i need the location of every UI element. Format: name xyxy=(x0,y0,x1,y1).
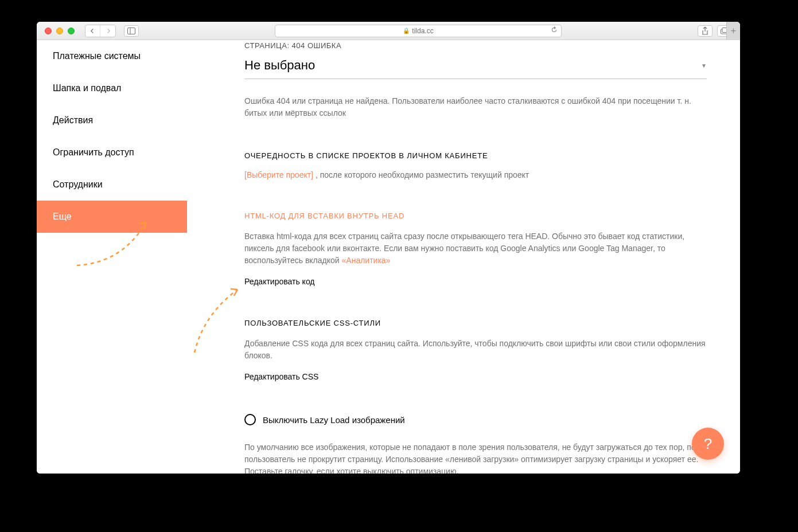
edit-code-link[interactable]: Редактировать код xyxy=(244,277,315,286)
main-content: СТРАНИЦА: 404 ОШИБКА Не выбрано ▼ Ошибка… xyxy=(187,40,740,474)
lock-icon: 🔒 xyxy=(403,28,410,34)
minimize-window-button[interactable] xyxy=(56,28,63,34)
description-css: Добавление CSS кода для всех страниц сай… xyxy=(244,338,707,362)
window-controls xyxy=(45,28,75,34)
dropdown-404-page[interactable]: Не выбрано ▼ xyxy=(244,52,707,79)
forward-button[interactable] xyxy=(100,25,115,37)
browser-window: 🔒 tilda.cc + Платежные системы Шапка и п… xyxy=(37,22,740,474)
chevron-down-icon: ▼ xyxy=(701,62,707,69)
description-404: Ошибка 404 или страница не найдена. Поль… xyxy=(244,95,707,119)
sidebar-item-header-footer[interactable]: Шапка и подвал xyxy=(37,72,187,104)
edit-css-link[interactable]: Редактировать CSS xyxy=(244,372,318,381)
select-project-link[interactable]: [Выберите проект] xyxy=(244,170,313,179)
url-text: tilda.cc xyxy=(412,27,433,35)
sidebar-item-actions[interactable]: Действия xyxy=(37,104,187,136)
sidebar: Платежные системы Шапка и подвал Действи… xyxy=(37,40,187,474)
reload-icon[interactable] xyxy=(551,26,558,35)
description-head: Вставка html-кода для всех страниц сайта… xyxy=(244,230,707,267)
svg-rect-0 xyxy=(128,28,135,34)
lazy-load-label: Выключить Lazy Load изображений xyxy=(263,415,405,425)
content-area: Платежные системы Шапка и подвал Действи… xyxy=(37,40,740,474)
sidebar-item-collaborators[interactable]: Сотрудники xyxy=(37,169,187,201)
analytics-link[interactable]: «Аналитика» xyxy=(342,256,391,265)
sidebar-toggle-button[interactable] xyxy=(124,25,139,37)
new-tab-button[interactable]: + xyxy=(726,22,740,40)
order-row: [Выберите проект] , после которого необх… xyxy=(244,170,707,179)
section-heading-order: ОЧЕРЕДНОСТЬ В СПИСКЕ ПРОЕКТОВ В ЛИЧНОМ К… xyxy=(244,151,707,160)
close-window-button[interactable] xyxy=(45,28,52,34)
section-label-404: СТРАНИЦА: 404 ОШИБКА xyxy=(244,41,707,50)
lazy-load-row: Выключить Lazy Load изображений xyxy=(244,414,707,425)
share-button[interactable] xyxy=(698,25,713,37)
sidebar-item-payments[interactable]: Платежные системы xyxy=(37,40,187,72)
nav-buttons xyxy=(85,25,116,37)
lazy-load-checkbox[interactable] xyxy=(244,414,256,425)
arrow-icon xyxy=(192,281,249,355)
section-heading-css: ПОЛЬЗОВАТЕЛЬСКИЕ CSS-СТИЛИ xyxy=(244,319,707,327)
dropdown-value: Не выбрано xyxy=(244,58,315,73)
browser-chrome: 🔒 tilda.cc xyxy=(37,22,740,40)
url-bar[interactable]: 🔒 tilda.cc xyxy=(275,25,562,37)
back-button[interactable] xyxy=(85,25,100,37)
maximize-window-button[interactable] xyxy=(68,28,75,34)
help-button[interactable]: ? xyxy=(692,428,724,460)
section-heading-head: HTML-КОД ДЛЯ ВСТАВКИ ВНУТРЬ HEAD xyxy=(244,212,707,220)
order-after-text: , после которого необходимо разместить т… xyxy=(313,170,529,179)
sidebar-item-more[interactable]: Еще xyxy=(37,201,187,233)
description-lazy: По умолчанию все изображения, которые не… xyxy=(244,441,707,474)
sidebar-item-restrict-access[interactable]: Ограничить доступ xyxy=(37,136,187,169)
